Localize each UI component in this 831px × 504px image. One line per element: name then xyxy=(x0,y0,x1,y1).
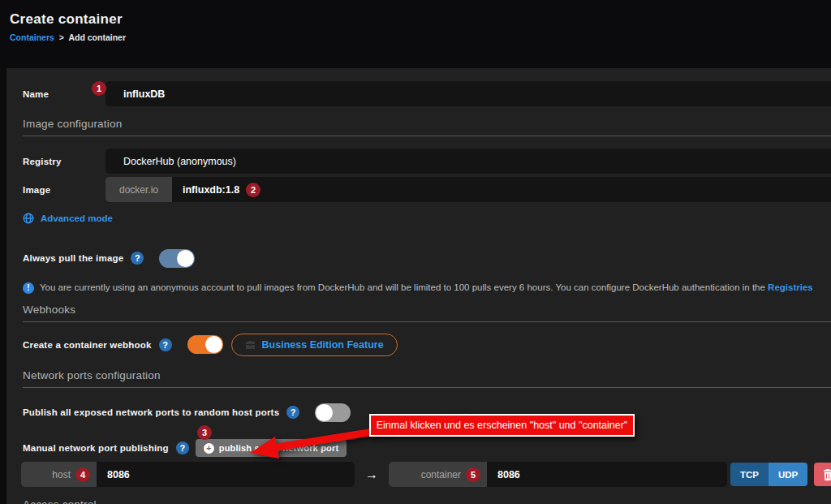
registry-row: Registry xyxy=(23,149,831,174)
breadcrumb: Containers > Add container xyxy=(10,32,126,42)
advanced-mode-link[interactable]: Advanced mode xyxy=(41,213,113,223)
breadcrumb-separator: > xyxy=(59,32,64,42)
manual-port-label: Manual network port publishing xyxy=(23,443,169,453)
host-chip-label: host xyxy=(52,469,71,480)
host-port-input[interactable] xyxy=(97,462,355,487)
annotation-badge-1: 1 xyxy=(92,81,106,96)
name-input[interactable] xyxy=(105,81,831,106)
next-section-header-clipped: Access control xyxy=(23,498,97,504)
breadcrumb-current: Add container xyxy=(68,32,126,42)
section-network-ports: Network ports configuration xyxy=(23,369,831,388)
map-arrow-icon: → xyxy=(365,467,378,482)
registry-select[interactable] xyxy=(105,149,831,174)
publish-network-port-label: publish a new network port xyxy=(219,443,339,453)
annotation-badge-4: 4 xyxy=(75,467,90,482)
advanced-mode-row: Advanced mode xyxy=(23,211,831,225)
section-image-configuration: Image configuration xyxy=(23,118,831,136)
section-webhooks: Webhooks xyxy=(23,304,831,322)
port-mapping-row: host 4 → container 5 TCP UDP xyxy=(21,462,831,487)
registry-label: Registry xyxy=(23,157,105,166)
image-registry-prefix-chip: docker.io xyxy=(105,177,172,202)
business-edition-pill: Business Edition Feature xyxy=(231,334,398,356)
globe-icon xyxy=(23,213,34,224)
always-pull-row: Always pull the image ? xyxy=(23,248,831,268)
delete-port-button[interactable] xyxy=(814,463,831,486)
manual-port-row: Manual network port publishing ? + publi… xyxy=(23,439,831,457)
question-icon[interactable]: ? xyxy=(131,252,144,265)
question-icon[interactable]: ? xyxy=(286,406,299,419)
briefcase-icon xyxy=(245,340,256,350)
tcp-button[interactable]: TCP xyxy=(730,463,769,486)
annotation-badge-3: 3 xyxy=(197,425,212,440)
breadcrumb-containers-link[interactable]: Containers xyxy=(10,32,54,42)
toggle-knob xyxy=(316,404,333,421)
info-text: You are currently using an anonymous acc… xyxy=(40,282,768,292)
container-port-input[interactable] xyxy=(487,462,727,487)
plus-circle-icon: + xyxy=(204,443,214,454)
question-icon[interactable]: ? xyxy=(176,442,189,454)
annotation-badge-2: 2 xyxy=(246,183,260,197)
toggle-knob xyxy=(205,336,222,353)
business-edition-label: Business Edition Feature xyxy=(262,339,384,351)
trash-icon xyxy=(823,469,831,480)
publish-all-toggle[interactable] xyxy=(315,403,351,422)
container-chip-label: container xyxy=(421,469,461,480)
create-webhook-label: Create a container webhook xyxy=(23,340,152,350)
create-container-page: Create container Containers > Add contai… xyxy=(0,0,831,504)
image-value: influxdb:1.8 xyxy=(183,184,239,196)
annotation-badge-5: 5 xyxy=(466,467,480,482)
image-row: Image docker.io influxdb:1.8 2 xyxy=(23,177,831,202)
image-label: Image xyxy=(23,185,105,195)
udp-button[interactable]: UDP xyxy=(769,463,807,486)
publish-network-port-button[interactable]: + publish a new network port xyxy=(196,439,347,457)
create-container-card: Name 1 Image configuration Registry Imag… xyxy=(6,68,831,504)
host-port-chip: host 4 xyxy=(21,462,97,487)
publish-all-label: Publish all exposed network ports to ran… xyxy=(23,407,279,417)
dockerhub-info-line: !You are currently using an anonymous ac… xyxy=(23,281,831,294)
info-icon: ! xyxy=(23,282,34,294)
always-pull-label: Always pull the image xyxy=(23,253,123,263)
create-webhook-toggle[interactable] xyxy=(187,335,223,354)
annotation-callout: Einmal klicken und es erscheinen "host" … xyxy=(369,414,635,437)
toggle-knob xyxy=(177,250,194,267)
question-icon[interactable]: ? xyxy=(159,338,172,351)
image-input[interactable]: influxdb:1.8 2 xyxy=(172,177,831,202)
page-title: Create container xyxy=(10,11,126,28)
container-port-chip: container 5 xyxy=(389,462,487,487)
name-row: Name xyxy=(23,81,831,106)
registries-link[interactable]: Registries xyxy=(768,282,813,292)
always-pull-toggle[interactable] xyxy=(159,249,195,268)
page-header: Create container Containers > Add contai… xyxy=(10,11,126,42)
create-webhook-row: Create a container webhook ? Business Ed… xyxy=(23,333,831,356)
